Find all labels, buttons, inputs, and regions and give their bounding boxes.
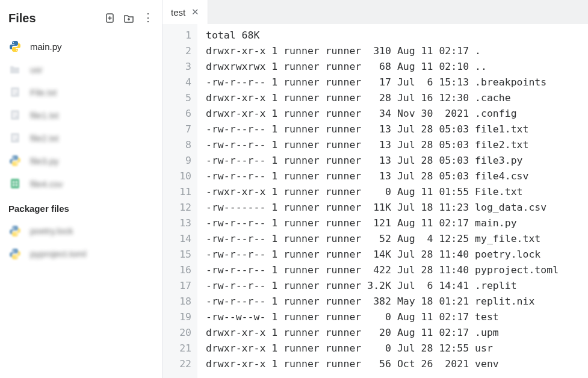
line-number: 19 (162, 309, 191, 325)
code-line: -rw-r--r-- 1 runner runner 13 Jul 28 05:… (206, 122, 588, 137)
line-number: 21 (162, 341, 191, 356)
python-icon (8, 248, 22, 260)
code-area[interactable]: 12345678910111213141516171819202122 tota… (162, 24, 588, 378)
line-number: 10 (162, 169, 191, 184)
sidebar-header: Files ⋮ (0, 0, 162, 35)
line-number: 17 (162, 278, 191, 294)
line-number: 2 (162, 43, 191, 59)
sidebar-actions: ⋮ (104, 11, 153, 25)
code-line: drwxr-xr-x 1 runner runner 34 Nov 30 202… (206, 106, 588, 122)
code-line: drwxr-xr-x 1 runner runner 20 Aug 11 02:… (206, 325, 588, 341)
line-number: 8 (162, 137, 191, 153)
code-line: -rw-r--r-- 1 runner runner 13 Jul 28 05:… (206, 169, 588, 184)
line-number: 14 (162, 231, 191, 247)
text-icon (8, 86, 22, 98)
code-line: drwxrwxrwx 1 runner runner 68 Aug 11 02:… (206, 59, 588, 75)
file-item-label: poetry.lock (30, 226, 73, 236)
sidebar-title: Files (8, 11, 36, 25)
tab-test[interactable]: test ✕ (162, 0, 208, 24)
file-item[interactable]: File.txt (0, 81, 162, 104)
csv-icon (8, 178, 22, 190)
code-line: -rw-r--r-- 1 runner runner 52 Aug 4 12:2… (206, 231, 588, 247)
code-line: -rw-r--r-- 1 runner runner 382 May 18 01… (206, 294, 588, 309)
file-item[interactable]: file1.txt (0, 104, 162, 126)
code-lines: total 68Kdrwxr-xr-x 1 runner runner 310 … (197, 24, 588, 378)
text-icon (8, 132, 22, 144)
code-line: -rw-r--r-- 1 runner runner 121 Aug 11 02… (206, 215, 588, 231)
code-line: drwxr-xr-x 1 runner runner 56 Oct 26 202… (206, 356, 588, 372)
folder-icon (8, 63, 22, 75)
file-item-label: File.txt (30, 87, 57, 98)
file-item[interactable]: pyproject.toml (0, 243, 162, 265)
file-item-label: file1.txt (30, 110, 59, 120)
file-list: main.pyusrFile.txtfile1.txtfile2.txtfile… (0, 35, 162, 194)
text-icon (8, 109, 22, 121)
python-icon (8, 225, 22, 237)
code-line: -rw-r--r-- 1 runner runner 3.2K Jul 6 14… (206, 278, 588, 294)
file-item-label: pyproject.toml (30, 249, 86, 259)
file-item-label: main.py (30, 42, 62, 52)
line-number: 4 (162, 75, 191, 90)
file-item-label: file2.txt (30, 133, 59, 143)
code-line: -rwxr-xr-x 1 runner runner 0 Aug 11 01:5… (206, 184, 588, 200)
code-line: -rw-r--r-- 1 runner runner 14K Jul 28 11… (206, 247, 588, 262)
more-options-icon[interactable]: ⋮ (143, 11, 153, 25)
packager-files-header: Packager files (0, 194, 162, 220)
file-item-label: file4.csv (30, 179, 63, 189)
file-item[interactable]: main.py (0, 35, 162, 58)
file-item-label: usr (30, 64, 43, 75)
tab-strip: test ✕ (162, 0, 588, 24)
line-number-gutter: 12345678910111213141516171819202122 (162, 24, 197, 378)
code-line: drwxr-xr-x 1 runner runner 28 Jul 16 12:… (206, 90, 588, 106)
file-item[interactable]: poetry.lock (0, 220, 162, 243)
code-line: -rw-r--r-- 1 runner runner 17 Jul 6 15:1… (206, 75, 588, 90)
tab-label: test (171, 7, 185, 17)
close-icon[interactable]: ✕ (191, 7, 199, 17)
python-icon (8, 40, 22, 52)
line-number: 13 (162, 215, 191, 231)
code-line: -rw------- 1 runner runner 11K Jul 18 11… (206, 200, 588, 215)
line-number: 3 (162, 59, 191, 75)
new-file-icon[interactable] (104, 13, 115, 23)
file-item[interactable]: usr (0, 58, 162, 81)
code-line: -rw-r--r-- 1 runner runner 13 Jul 28 05:… (206, 153, 588, 169)
line-number: 1 (162, 28, 191, 43)
packager-file-list: poetry.lockpyproject.toml (0, 220, 162, 379)
code-line: total 68K (206, 28, 588, 43)
code-line: -rw-r--r-- 1 runner runner 422 Jul 28 11… (206, 262, 588, 278)
code-line: drwxr-xr-x 1 runner runner 0 Jul 28 12:5… (206, 341, 588, 356)
editor: test ✕ 123456789101112131415161718192021… (162, 0, 588, 378)
line-number: 6 (162, 106, 191, 122)
line-number: 11 (162, 184, 191, 200)
file-item-label: file3.py (30, 156, 59, 166)
file-item[interactable]: file2.txt (0, 126, 162, 149)
python-icon (8, 155, 22, 167)
line-number: 12 (162, 200, 191, 215)
line-number: 9 (162, 153, 191, 169)
code-line: -rw--w--w- 1 runner runner 0 Aug 11 02:1… (206, 309, 588, 325)
file-item[interactable]: file4.csv (0, 172, 162, 194)
code-line: -rw-r--r-- 1 runner runner 13 Jul 28 05:… (206, 137, 588, 153)
line-number: 7 (162, 122, 191, 137)
line-number: 22 (162, 356, 191, 372)
sidebar: Files ⋮ main.pyusrFile.txtfile1.txtfile2… (0, 0, 162, 378)
new-folder-icon[interactable] (123, 13, 134, 23)
line-number: 18 (162, 294, 191, 309)
line-number: 20 (162, 325, 191, 341)
line-number: 15 (162, 247, 191, 262)
file-item[interactable]: file3.py (0, 149, 162, 172)
line-number: 5 (162, 90, 191, 106)
line-number: 16 (162, 262, 191, 278)
code-line: drwxr-xr-x 1 runner runner 310 Aug 11 02… (206, 43, 588, 59)
